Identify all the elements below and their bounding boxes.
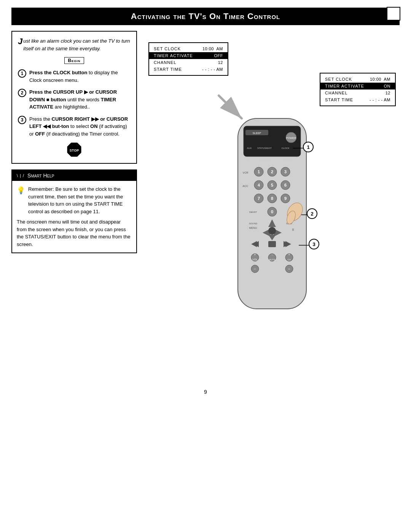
svg-text:7: 7 (258, 196, 260, 201)
smart-help-title: Smart Help (27, 173, 54, 179)
smart-help-text-1: Remember: Be sure to set the clock to th… (28, 185, 132, 215)
svg-text:9: 9 (284, 196, 287, 201)
left-column: Just like an alarm clock you can set the… (11, 31, 137, 374)
step-1-number: 1 (18, 69, 26, 78)
svg-text:CLOCK: CLOCK (282, 147, 290, 149)
svg-text:1: 1 (258, 169, 260, 174)
page-number-text: 9 (204, 389, 207, 395)
page-number: 9 (0, 385, 411, 399)
menu-before-label-4: START TIME (154, 67, 182, 72)
svg-text:RECORD: RECORD (261, 158, 272, 161)
stop-icon-area: STOP (18, 142, 131, 157)
menu-after-label-1: SET CLOCK (325, 77, 352, 81)
svg-text:CH: CH (288, 259, 291, 261)
svg-text:2: 2 (311, 211, 313, 217)
menu-before-value-1: 10:00 AM (202, 46, 223, 51)
stop-sign-icon: STOP (67, 142, 82, 157)
smart-help-first-para: 💡 Remember: Be sure to set the clock to … (17, 185, 132, 215)
begin-badge: Begin (64, 57, 84, 64)
main-content: Just like an alarm clock you can set the… (11, 31, 400, 374)
instructions-box: Just like an alarm clock you can set the… (11, 31, 137, 164)
svg-text:VOL: VOL (252, 258, 258, 261)
intro-text: Just like an alarm clock you can set the… (18, 37, 131, 52)
svg-text:−: − (254, 267, 256, 271)
svg-text:+: + (254, 253, 256, 257)
page-title: Activating the TV's On Timer Control (19, 11, 392, 21)
remote-svg: SLEEP POWER AUX STATUS/EXIT CLOCK TV REC… (223, 118, 322, 332)
svg-text:8: 8 (271, 196, 273, 201)
menu-after-label-2: TIMER ACTIVATE (325, 84, 364, 88)
menu-before-row-1: SET CLOCK 10:00 AM (149, 45, 228, 52)
svg-text:4: 4 (258, 183, 260, 187)
svg-text:VCR: VCR (243, 171, 249, 174)
begin-label: Begin (18, 57, 131, 64)
svg-text:1: 1 (307, 144, 309, 150)
menu-after-value-2: ON (384, 84, 391, 88)
svg-text:SOUND: SOUND (249, 222, 257, 225)
smart-help-header: Smart Help (12, 170, 136, 181)
menu-after-row-2: TIMER ACTIVATE ON (320, 83, 395, 89)
svg-text:STOP: STOP (70, 149, 79, 152)
step-2: 2 Press the CURSOR UP ▶ or CURSOR DOWN ■… (18, 88, 131, 111)
drop-cap: J (18, 37, 22, 46)
step-3-number: 3 (18, 116, 26, 124)
menu-before-value-4: - - : - - AM (202, 67, 223, 72)
menu-before-row-3: CHANNEL 12 (149, 59, 228, 66)
step-1-text: Press the CLOCK button to display the Cl… (29, 69, 131, 84)
right-column: SET CLOCK 10:00 AM TIMER ACTIVATE OFF CH… (145, 31, 400, 374)
smart-help-box: Smart Help 💡 Remember: Be sure to set th… (11, 169, 137, 253)
page-header: Activating the TV's On Timer Control (11, 8, 400, 25)
menu-after-value-4: - - : - - AM (370, 97, 390, 102)
step-3-text: Press the CURSOR RIGHT ▶▶ or CURSOR LEFT… (29, 115, 131, 138)
svg-text:SMART: SMART (249, 211, 257, 213)
menu-after-value-3: 12 (386, 91, 390, 95)
svg-text:MENU: MENU (249, 227, 257, 229)
smart-help-body: 💡 Remember: Be sure to set the clock to … (12, 181, 136, 252)
step-1: 1 Press the CLOCK button to display the … (18, 69, 131, 84)
svg-text:2: 2 (271, 169, 273, 174)
menu-after-row-1: SET CLOCK 10:00 AM (320, 76, 395, 83)
svg-text:TV: TV (248, 158, 251, 161)
menu-before-row-2: TIMER ACTIVATE OFF (149, 52, 228, 59)
menu-after-row-3: CHANNEL 12 (320, 89, 395, 96)
menu-after-row-4: START TIME - - : - - AM (320, 96, 395, 103)
menu-before-row-4: START TIME - - : - - AM (149, 66, 228, 73)
svg-text:AUX: AUX (247, 147, 252, 149)
svg-text:5: 5 (271, 183, 273, 187)
svg-text:6: 6 (284, 183, 287, 187)
svg-text:TV·VCR: TV·VCR (282, 158, 292, 161)
svg-text:+: + (288, 253, 290, 257)
remote-control-diagram: SLEEP POWER AUX STATUS/EXIT CLOCK TV REC… (223, 118, 322, 333)
menu-after: SET CLOCK 10:00 AM TIMER ACTIVATE ON CHA… (320, 73, 396, 106)
menu-before-value-2: OFF (214, 53, 223, 58)
svg-text:−: − (271, 254, 273, 256)
svg-text:3: 3 (284, 169, 287, 174)
svg-rect-51 (268, 241, 276, 247)
svg-text:ACC: ACC (243, 185, 249, 187)
menu-after-value-1: 10:00 AM (370, 77, 390, 81)
svg-text:3: 3 (312, 241, 315, 247)
svg-text:POWER: POWER (286, 137, 296, 139)
svg-text:STATUS/EXIT: STATUS/EXIT (257, 147, 272, 149)
step-3: 3 Press the CURSOR RIGHT ▶▶ or CURSOR LE… (18, 115, 131, 138)
svg-text:MUTE: MUTE (269, 259, 276, 261)
step-2-number: 2 (18, 89, 26, 97)
svg-text:SLEEP: SLEEP (253, 132, 261, 134)
svg-text:II: II (292, 228, 294, 232)
step-2-text: Press the CURSOR UP ▶ or CURSOR DOWN ■ b… (29, 88, 131, 111)
smart-help-text-2: The onscreen menu will time out and disa… (17, 218, 132, 248)
svg-point-42 (268, 227, 276, 235)
transition-arrow-icon (215, 92, 245, 122)
lightbulb-icon: 💡 (17, 185, 25, 196)
menu-before-value-3: 12 (218, 60, 223, 65)
menu-before-label-3: CHANNEL (154, 60, 177, 65)
svg-text:−: − (288, 267, 290, 271)
menu-before-label-1: SET CLOCK (154, 46, 181, 51)
menu-after-label-3: CHANNEL (325, 91, 348, 95)
menu-before-label-2: TIMER ACTIVATE (154, 53, 193, 58)
svg-text:0: 0 (271, 209, 273, 214)
menu-after-label-4: START TIME (325, 97, 353, 102)
menu-before: SET CLOCK 10:00 AM TIMER ACTIVATE OFF CH… (148, 42, 228, 76)
header-corner-box (387, 7, 400, 21)
